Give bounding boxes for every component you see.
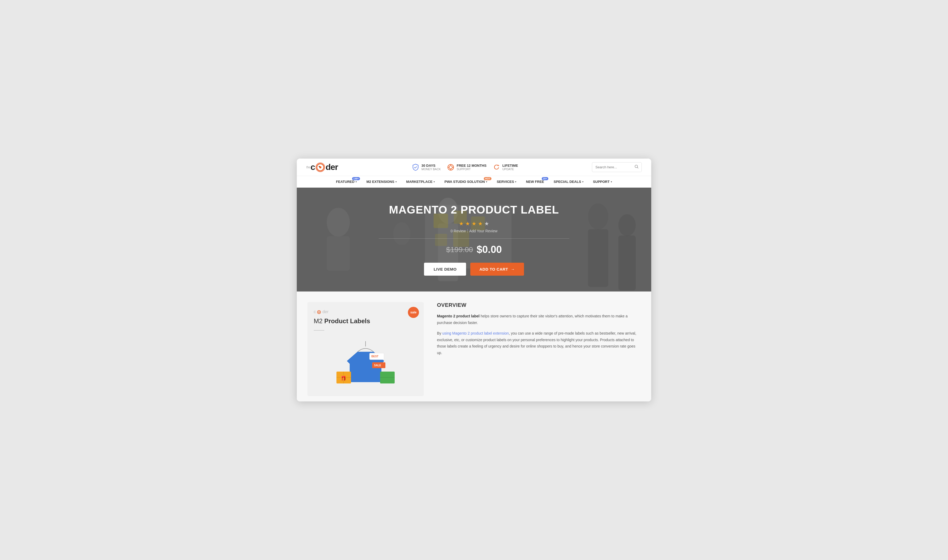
- hero-review-bar: 0 Review Add Your Review: [451, 229, 497, 233]
- svg-rect-29: [350, 358, 381, 382]
- search-button[interactable]: [632, 163, 641, 172]
- search-input[interactable]: [592, 163, 632, 171]
- star-2: ★: [465, 220, 470, 227]
- arrow-right-icon: →: [511, 267, 515, 271]
- site-nav: FEATURED ▾ 148+ M2 EXTENSIONS ▾ MARKETPL…: [297, 176, 651, 188]
- badge-money-back-text: 30 DAYS MONEY BACK: [422, 164, 441, 171]
- nav-item-pwa-studio[interactable]: PWA STUDIO SOLUTION ▾ HOT: [440, 176, 492, 188]
- nav-badge-new: 20+: [542, 177, 548, 180]
- badge-support-text: FREE 12 MONTHS SUPPORT: [457, 164, 486, 171]
- chevron-down-icon: ▾: [355, 180, 357, 183]
- svg-text:SALE: SALE: [374, 364, 381, 367]
- star-1: ★: [459, 220, 464, 227]
- review-divider: [467, 229, 468, 233]
- nav-item-services[interactable]: SERVICES ▾: [492, 176, 521, 188]
- nav-item-new-free[interactable]: NEW FREE 20+: [521, 176, 549, 188]
- nav-badge-hot: HOT: [484, 177, 491, 180]
- star-4: ★: [478, 220, 483, 227]
- search-icon: [635, 165, 639, 169]
- chevron-down-icon: ▾: [582, 180, 584, 183]
- badge-support: FREE 12 MONTHS SUPPORT: [447, 164, 486, 171]
- sale-badge: sale: [408, 307, 419, 318]
- badge-money-back: 30 DAYS MONEY BACK: [412, 164, 441, 171]
- overview-para1: Magento 2 product label helps store owne…: [437, 313, 641, 326]
- logo-text: c: [310, 162, 315, 172]
- logo-text-rest: der: [326, 162, 338, 172]
- hero-stars: ★ ★ ★ ★ ★: [459, 220, 489, 227]
- overview-para2: By using Magento 2 product label extensi…: [437, 330, 641, 356]
- svg-line-10: [637, 167, 638, 168]
- site-header: the c der: [297, 158, 651, 176]
- logo-icon: [315, 163, 325, 172]
- badge-update-text: LIFETIME UPDATE: [502, 164, 518, 171]
- original-price: $199.00: [446, 246, 473, 254]
- svg-point-2: [319, 166, 320, 167]
- product-card-logo: c der: [314, 309, 329, 314]
- overview-title: OVERVIEW: [437, 302, 641, 308]
- logo-prefix: the: [306, 165, 310, 169]
- nav-item-marketplace[interactable]: MARKETPLACE ▾: [401, 176, 440, 188]
- svg-point-4: [449, 166, 452, 169]
- product-title-divider: [314, 330, 324, 331]
- chevron-down-icon: ▾: [395, 180, 397, 183]
- browser-window: the c der: [297, 158, 651, 402]
- nav-badge-featured: 148+: [352, 177, 360, 180]
- add-to-cart-button[interactable]: ADD TO CART →: [470, 263, 524, 275]
- badge-update: LIFETIME UPDATE: [493, 164, 518, 171]
- nav-item-support[interactable]: SUPPORT ▾: [588, 176, 617, 188]
- add-review-link[interactable]: Add Your Review: [469, 229, 497, 233]
- svg-text:BEST: BEST: [371, 355, 378, 358]
- hero-content: MAGENTO 2 PRODUCT LABEL ★ ★ ★ ★ ★ 0 Revi…: [368, 203, 580, 275]
- svg-text:🎁: 🎁: [340, 375, 346, 382]
- lifebuoy-icon: [447, 164, 454, 171]
- product-illustration: BEST 🎁 SALE: [314, 336, 417, 389]
- star-5: ★: [484, 220, 489, 227]
- chevron-down-icon: ▾: [611, 180, 612, 183]
- nav-item-special-deals[interactable]: SPECIAL DEALS ▾: [549, 176, 588, 188]
- review-count: 0 Review: [451, 229, 466, 233]
- hero-buttons: LIVE DEMO ADD TO CART →: [424, 263, 524, 275]
- chevron-down-icon: ▾: [515, 180, 516, 183]
- hero-title: MAGENTO 2 PRODUCT LABEL: [389, 203, 559, 216]
- hero-section: MAGENTO 2 PRODUCT LABEL ★ ★ ★ ★ ★ 0 Revi…: [297, 188, 651, 291]
- shield-icon: [412, 164, 419, 171]
- overview-block: OVERVIEW Magento 2 product label helps s…: [434, 302, 641, 396]
- nav-item-m2-extensions[interactable]: M2 EXTENSIONS ▾: [361, 176, 401, 188]
- search-box[interactable]: [592, 162, 642, 172]
- star-3: ★: [472, 220, 476, 227]
- header-badges: 30 DAYS MONEY BACK FREE: [412, 164, 518, 171]
- current-price: $0.00: [477, 244, 502, 255]
- chevron-down-icon: ▾: [486, 180, 487, 183]
- hero-price: $199.00 $0.00: [446, 244, 502, 255]
- product-card-title: M2 Product Labels: [314, 317, 370, 325]
- chevron-down-icon: ▾: [434, 180, 435, 183]
- product-image-card: c der M2 Product Labels sale: [307, 302, 424, 396]
- site-logo[interactable]: the c der: [306, 162, 338, 172]
- nav-item-featured[interactable]: FEATURED ▾ 148+: [331, 176, 361, 188]
- content-section: c der M2 Product Labels sale: [297, 291, 651, 402]
- live-demo-button[interactable]: LIVE DEMO: [424, 263, 466, 275]
- refresh-icon: [493, 164, 500, 171]
